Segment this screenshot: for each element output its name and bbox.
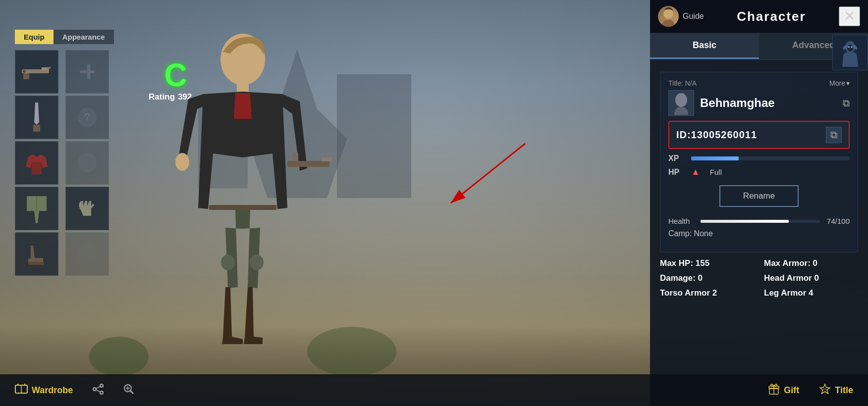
hp-row: HP ▲ Full: [668, 167, 850, 177]
rename-button[interactable]: Rename: [719, 185, 799, 207]
boots-icon: [21, 238, 53, 270]
svg-rect-12: [28, 262, 44, 265]
svg-line-39: [130, 391, 133, 394]
svg-point-20: [221, 254, 235, 270]
id-field: ID:13005260011 ⧉: [668, 121, 850, 149]
guide-button[interactable]: Guide: [658, 6, 704, 27]
head-armor-value: 0: [814, 273, 818, 283]
stat-max-hp: Max HP: 155: [660, 258, 754, 268]
tab-appearance[interactable]: Appearance: [54, 30, 114, 44]
svg-rect-2: [23, 73, 29, 79]
svg-rect-17: [287, 161, 329, 167]
camp-row: Camp: None: [668, 229, 850, 238]
max-armor-label: Max Armor:: [764, 258, 811, 268]
health-bar-fill: [701, 220, 789, 223]
bag-slot-icon: ?: [72, 102, 102, 132]
svg-rect-6: [87, 64, 90, 79]
stat-torso-armor: Torso Armor 2: [660, 288, 754, 298]
equip-slot-pants[interactable]: [15, 187, 58, 230]
player-avatar-icon[interactable]: [832, 35, 868, 70]
gift-label: Gift: [784, 385, 799, 396]
tab-basic[interactable]: Basic: [650, 33, 759, 59]
gift-svg-icon: [768, 383, 780, 395]
search-svg-icon: [123, 384, 134, 395]
title-svg-icon: [819, 383, 831, 395]
svg-point-21: [250, 254, 264, 270]
char-avatar-small: [668, 90, 694, 116]
search-button[interactable]: [123, 384, 134, 397]
share-svg-icon: [93, 384, 104, 395]
copy-id-button[interactable]: ⧉: [826, 127, 842, 143]
tab-equip[interactable]: Equip: [15, 30, 54, 44]
leg-armor-label: Leg Armor: [764, 288, 806, 298]
helmet-slot-icon: [72, 148, 102, 178]
share-button[interactable]: [93, 384, 104, 397]
panel-header: Guide Character ✕: [650, 0, 868, 33]
guide-avatar-img: [658, 6, 679, 27]
char-id-text: ID:13005260011: [676, 129, 757, 141]
right-panel: Guide Character ✕ Basic Advanced Title: [650, 0, 868, 406]
rename-row: Rename: [668, 181, 850, 211]
svg-point-30: [675, 93, 687, 107]
equip-slot-rifle[interactable]: [15, 50, 58, 94]
player-avatar-img: [838, 38, 862, 67]
svg-rect-7: [33, 125, 40, 132]
wardrobe-label: Wardrobe: [32, 385, 73, 396]
equip-slot-helmet[interactable]: [65, 141, 109, 185]
svg-point-27: [847, 45, 853, 51]
equip-slot-jacket[interactable]: [15, 141, 58, 185]
rifle-icon: [19, 59, 54, 84]
xp-bar-fill: [691, 156, 739, 160]
jacket-icon: [21, 147, 53, 179]
svg-point-25: [663, 9, 673, 19]
health-row: Health 74/100: [668, 217, 850, 225]
share-icon: [93, 384, 104, 397]
max-hp-value: 155: [696, 258, 709, 268]
equip-slot-knife[interactable]: [15, 96, 58, 139]
close-button[interactable]: ✕: [839, 6, 860, 26]
gloves-icon: [72, 194, 102, 223]
equip-slot-gloves[interactable]: [65, 187, 109, 230]
wardrobe-icon: [15, 383, 28, 397]
pants-icon: [22, 191, 52, 226]
wardrobe-svg-icon: [15, 383, 28, 394]
knife-icon: [24, 100, 49, 135]
gift-icon: [768, 383, 780, 398]
torso-armor-label: Torso Armor: [660, 288, 710, 298]
health-label: Health: [668, 217, 696, 225]
svg-text:?: ?: [84, 111, 90, 122]
equip-slot-10[interactable]: [65, 232, 109, 276]
svg-rect-19: [322, 157, 332, 161]
more-button[interactable]: More ▾: [829, 79, 850, 87]
svg-rect-22: [209, 205, 276, 210]
health-value: 74/100: [825, 217, 850, 225]
equip-slot-boots[interactable]: [15, 232, 58, 276]
xp-bar-container: [691, 156, 850, 160]
equip-grid: ?: [15, 50, 114, 276]
character-figure: [124, 20, 362, 391]
xp-row: XP: [668, 154, 850, 163]
svg-point-34: [93, 388, 96, 391]
equip-slot-2[interactable]: [65, 50, 109, 94]
panel-content: Title: N/A Behnamghae ⧉ More ▾ ID: [650, 64, 868, 406]
hp-status: Full: [710, 168, 722, 176]
max-armor-value: 0: [813, 258, 817, 268]
damage-label: Damage:: [660, 273, 696, 283]
stat-max-armor: Max Armor: 0: [764, 258, 858, 268]
max-hp-label: Max HP:: [660, 258, 693, 268]
wardrobe-button[interactable]: Wardrobe: [15, 383, 73, 397]
empty-slot-icon: [75, 59, 100, 84]
stat-head-armor: Head Armor 0: [764, 273, 858, 283]
guide-avatar: [658, 6, 679, 27]
title-button[interactable]: Title: [819, 383, 853, 398]
svg-point-29: [851, 46, 853, 48]
camp-value: None: [694, 229, 713, 238]
svg-rect-0: [22, 69, 49, 73]
gift-button[interactable]: Gift: [768, 383, 799, 398]
copy-name-button[interactable]: ⧉: [843, 98, 850, 109]
char-avatar-img: [670, 91, 692, 115]
svg-point-33: [100, 384, 103, 387]
svg-point-35: [100, 391, 103, 394]
equip-slot-bag[interactable]: ?: [65, 96, 109, 139]
char-name-row: Behnamghae ⧉: [668, 90, 850, 116]
